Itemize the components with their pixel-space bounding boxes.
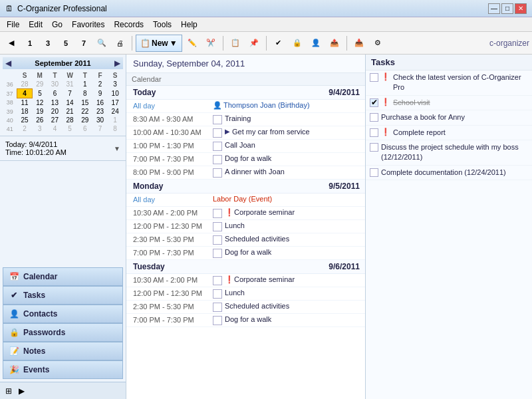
cal-entry[interactable]: 12:00 PM - 12:30 PM Lunch — [126, 287, 365, 301]
cal-entry-checkbox[interactable] — [213, 235, 222, 245]
cal-day[interactable]: 30 — [47, 80, 63, 89]
cal-entry-checkbox[interactable] — [213, 303, 222, 312]
task-checkbox[interactable] — [370, 113, 378, 122]
menu-tools[interactable]: Tools — [149, 19, 176, 31]
cal-entry[interactable]: All day Labor Day (Event) — [126, 194, 365, 207]
cal-entry[interactable]: 8:30 AM - 9:30 AM Training — [126, 113, 365, 126]
cal-day[interactable]: 14 — [63, 98, 78, 108]
cal-entry[interactable]: 8:00 PM - 9:00 PM A dinner with Joan — [126, 166, 365, 180]
mini-cal-prev[interactable]: ◀ — [5, 59, 11, 68]
cal-entry[interactable]: 10:30 AM - 2:00 PM ❗ Corporate seminar — [126, 207, 365, 220]
cal-day[interactable]: 28 — [17, 80, 33, 89]
cal-day[interactable]: 24 — [108, 107, 123, 116]
cal-day[interactable]: 25 — [17, 116, 33, 124]
task-item[interactable]: ✔❗School visit — [366, 96, 532, 110]
toolbar-7day-btn[interactable]: 7 — [75, 35, 92, 52]
menu-file[interactable]: File — [3, 19, 23, 31]
nav-grid-icon[interactable]: ⊞ — [3, 385, 15, 397]
cal-day[interactable]: 31 — [63, 80, 78, 89]
cal-day[interactable]: 17 — [108, 98, 123, 108]
toolbar-left-arrow[interactable]: ◀ — [3, 35, 20, 52]
cal-day[interactable]: 8 — [77, 89, 92, 98]
nav-btn-notes[interactable]: 📝Notes — [3, 342, 123, 360]
cal-day[interactable]: 22 — [77, 107, 92, 116]
cal-day[interactable]: 1 — [77, 80, 92, 89]
cal-day[interactable]: 5 — [63, 124, 78, 133]
task-checkbox[interactable] — [370, 73, 378, 82]
toolbar-3day-btn[interactable]: 3 — [39, 35, 57, 52]
cal-day[interactable]: 3 — [108, 80, 123, 89]
cal-entry[interactable]: 2:30 PM - 5:30 PM Scheduled activities — [126, 233, 365, 247]
cal-day[interactable]: 18 — [17, 107, 33, 116]
menu-edit[interactable]: Edit — [25, 19, 47, 31]
cal-day[interactable]: 1 — [108, 116, 123, 124]
cal-entry[interactable]: 10:30 AM - 2:00 PM ❗ Corporate seminar — [126, 274, 365, 287]
toolbar-check-btn[interactable]: ✔ — [270, 35, 287, 52]
menu-go[interactable]: Go — [48, 19, 66, 31]
cal-day[interactable]: 5 — [32, 89, 47, 98]
toolbar-user-btn[interactable]: 👤 — [307, 35, 325, 52]
cal-entry[interactable]: 7:00 PM - 7:30 PM Dog for a walk — [126, 153, 365, 166]
cal-entry-checkbox[interactable] — [213, 168, 222, 178]
mini-cal-next[interactable]: ▶ — [114, 59, 120, 68]
cal-day[interactable]: 8 — [108, 124, 123, 133]
cal-day[interactable]: 20 — [47, 107, 63, 116]
cal-day[interactable]: 21 — [63, 107, 78, 116]
task-item[interactable]: Complete documentation (12/24/2011) — [366, 166, 532, 180]
toolbar-print-btn[interactable]: 🖨 — [111, 35, 128, 52]
task-item[interactable]: Discuss the project schedule with my bos… — [366, 140, 532, 166]
cal-day[interactable]: 28 — [63, 116, 78, 124]
task-checkbox[interactable] — [370, 143, 378, 152]
cal-entry-checkbox[interactable] — [213, 142, 222, 151]
nav-btn-contacts[interactable]: 👤Contacts — [3, 305, 123, 323]
toolbar-search-btn[interactable]: 🔍 — [93, 35, 110, 52]
datetime-dropdown-arrow[interactable]: ▼ — [114, 145, 120, 152]
toolbar-settings-btn[interactable]: ⚙ — [369, 35, 386, 52]
toolbar-paste-btn[interactable]: 📌 — [245, 35, 263, 52]
cal-day[interactable]: 15 — [77, 98, 92, 108]
cal-entry[interactable]: 7:00 PM - 7:30 PM Dog for a walk — [126, 314, 365, 327]
cal-day[interactable]: 10 — [108, 89, 123, 98]
task-item[interactable]: ❗Check the latest version of C-Organizer… — [366, 70, 532, 96]
cal-entry-checkbox[interactable] — [213, 115, 222, 124]
cal-day[interactable]: 7 — [63, 89, 78, 98]
cal-day[interactable]: 3 — [32, 124, 47, 133]
cal-entry-checkbox[interactable] — [213, 249, 222, 258]
cal-entry-checkbox[interactable] — [213, 289, 222, 299]
cal-day[interactable]: 7 — [92, 124, 108, 133]
nav-btn-tasks[interactable]: ✔Tasks — [3, 286, 123, 305]
cal-entry-checkbox[interactable] — [213, 276, 222, 285]
cal-entry[interactable]: 2:30 PM - 5:30 PM Scheduled activities — [126, 301, 365, 314]
nav-right-arrow[interactable]: ▶ — [16, 385, 27, 397]
toolbar-5day-btn[interactable]: 5 — [57, 35, 74, 52]
menu-records[interactable]: Records — [110, 19, 148, 31]
cal-day[interactable]: 11 — [17, 98, 33, 108]
menu-help[interactable]: Help — [177, 19, 201, 31]
cal-entry[interactable]: 10:00 AM - 10:30 AM ▶ Get my car from se… — [126, 126, 365, 140]
cal-day[interactable]: 19 — [32, 107, 47, 116]
cal-entry[interactable]: 1:00 PM - 1:30 PM Call Joan — [126, 140, 365, 153]
cal-day[interactable]: 30 — [92, 116, 108, 124]
nav-btn-calendar[interactable]: 📅Calendar — [3, 267, 123, 286]
cal-day[interactable]: 29 — [32, 80, 47, 89]
task-checkbox[interactable] — [370, 128, 378, 137]
nav-btn-passwords[interactable]: 🔒Passwords — [3, 323, 123, 342]
cal-entry-checkbox[interactable] — [213, 209, 222, 218]
cal-day[interactable]: 16 — [92, 98, 108, 108]
toolbar-edit-btn[interactable]: ✏️ — [184, 35, 201, 52]
new-button[interactable]: 📋 New ▼ — [136, 35, 182, 52]
nav-btn-events[interactable]: 🎉Events — [3, 360, 123, 379]
task-item[interactable]: ❗Complete report — [366, 126, 532, 140]
cal-entry-checkbox[interactable] — [213, 316, 222, 325]
toolbar-day-btn[interactable]: 1 — [21, 35, 39, 52]
cal-day[interactable]: 29 — [77, 116, 92, 124]
toolbar-delete-btn[interactable]: ✂️ — [202, 35, 219, 52]
toolbar-copy-btn[interactable]: 📋 — [227, 35, 244, 52]
cal-day[interactable]: 27 — [47, 116, 63, 124]
task-item[interactable]: Purchase a book for Anny — [366, 110, 532, 125]
close-button[interactable]: ✕ — [515, 3, 527, 14]
cal-entry-checkbox[interactable] — [213, 222, 222, 231]
cal-day[interactable]: 2 — [92, 80, 108, 89]
cal-entry[interactable]: All day 👤 Thompson Joan (Birthday) — [126, 100, 365, 113]
cal-day[interactable]: 26 — [32, 116, 47, 124]
